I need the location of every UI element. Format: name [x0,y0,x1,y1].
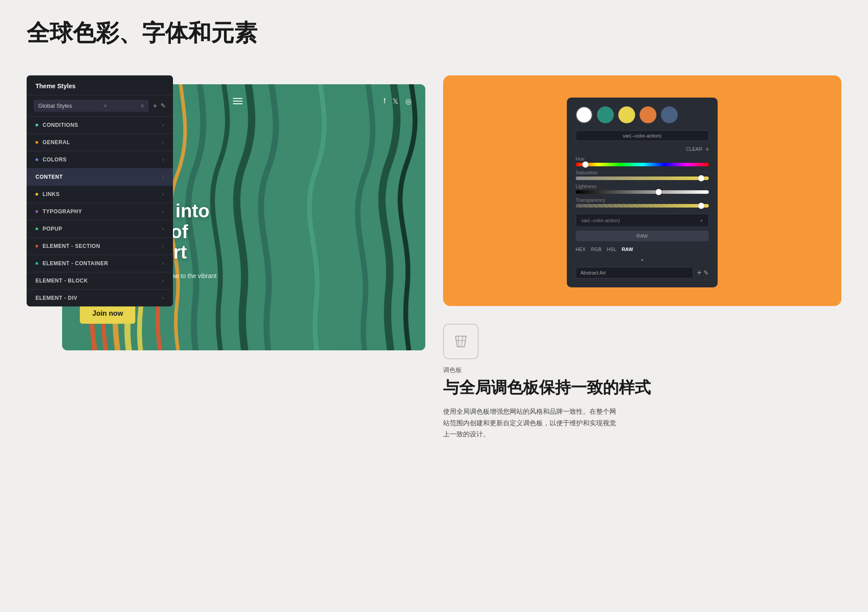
format-raw[interactable]: RAW [622,247,633,252]
links-dot [35,193,38,196]
swatch-slate[interactable] [661,106,678,123]
lightness-label: Lightness [576,184,709,189]
menu-item-element-div[interactable]: ELEMENT - DIV › [27,290,173,306]
content-label-group: CONTENT [35,174,63,180]
right-column: var(--color-action) CLEAR ≡ Hue [443,75,842,612]
selector-text: Global Styles [38,102,72,109]
menu-item-content[interactable]: CONTENT › [27,169,173,186]
page-title: 全球色彩、字体和元素 [27,18,841,49]
swatch-yellow[interactable] [618,106,635,123]
conditions-label: CONDITIONS [43,122,78,128]
menu-item-links[interactable]: LINKS › [27,186,173,203]
hue-track[interactable] [576,163,709,166]
saturation-track[interactable] [576,177,709,180]
element-section-chevron-icon: › [162,243,165,249]
palette-desc: 使用全局调色板增强您网站的风格和品牌一致性。在整个网站范围内创建和更新自定义调色… [443,406,621,440]
links-chevron-icon: › [162,191,165,197]
svg-line-9 [458,336,459,347]
hue-slider-row: Hue [576,156,709,166]
preset-name[interactable]: Abstract Art [576,267,693,279]
swatch-white[interactable] [576,106,593,123]
content-label: CONTENT [35,174,63,180]
transparency-thumb[interactable] [698,203,704,209]
element-container-label-group: ELEMENT - CONTAINER [35,260,108,267]
typography-chevron-icon: › [162,208,165,215]
typography-label: TYPOGRAPHY [43,208,82,215]
element-div-label: ELEMENT - DIV [35,295,78,301]
typography-dot [35,210,38,213]
cp-format-row: HEX RGB HSL RAW [576,247,709,252]
preview-social-icons: f 𝕏 ◎ [384,97,412,106]
cp-value-field[interactable]: var(--color-action) + [576,214,709,227]
selector-action-icons: + ✎ [153,102,166,110]
format-hex[interactable]: HEX [576,247,586,252]
menu-item-conditions[interactable]: CONDITIONS › [27,117,173,134]
general-label-group: GENERAL [35,139,70,145]
element-container-dot [35,262,38,265]
format-rgb[interactable]: RGB [591,247,601,252]
saturation-label: Saturation [576,170,709,175]
menu-item-colors[interactable]: COLORS › [27,151,173,169]
lightness-slider-row: Lightness [576,184,709,194]
page-wrapper: 全球色彩、字体和元素 Theme Styles Global Styles × … [0,0,868,612]
edit-preset-button[interactable]: ✎ [703,269,709,276]
menu-item-popup[interactable]: POPUP › [27,220,173,238]
element-section-label: ELEMENT - SECTION [43,243,100,249]
element-section-label-group: ELEMENT - SECTION [35,243,100,249]
transparency-track[interactable] [576,204,709,208]
clear-button[interactable]: CLEAR [686,146,703,152]
general-label: GENERAL [43,139,70,145]
transparency-slider-row: Transparency [576,197,709,208]
popup-chevron-icon: › [162,226,165,232]
menu-item-typography[interactable]: TYPOGRAPHY › [27,203,173,220]
lightness-track[interactable] [576,190,709,194]
colors-chevron-icon: › [162,157,165,163]
general-dot [35,141,38,144]
instagram-icon: ◎ [405,97,412,106]
theme-panel-header: Theme Styles [27,75,173,95]
edit-style-icon[interactable]: ✎ [161,102,166,110]
transparency-label: Transparency [576,197,709,203]
menu-item-element-container[interactable]: ELEMENT - CONTAINER › [27,255,173,272]
color-swatches [576,106,709,123]
svg-line-10 [462,336,463,347]
colors-dot [35,158,38,161]
saturation-slider-row: Saturation [576,170,709,180]
element-container-label: ELEMENT - CONTAINER [43,260,108,267]
add-value-icon[interactable]: + [700,218,703,223]
conditions-label-group: CONDITIONS [35,122,78,128]
color-var-label: var(--color-action) [576,130,709,141]
menu-icon[interactable]: ≡ [706,146,708,152]
format-hsl[interactable]: HSL [607,247,616,252]
menu-item-element-block[interactable]: ELEMENT - BLOCK › [27,272,173,290]
color-picker-card: var(--color-action) CLEAR ≡ Hue [567,98,718,287]
links-label: LINKS [43,191,60,197]
hamburger-icon [233,98,243,104]
hue-thumb[interactable] [582,161,589,168]
menu-item-general[interactable]: GENERAL › [27,134,173,151]
twitter-icon: 𝕏 [393,97,398,106]
add-style-icon[interactable]: + [153,102,157,110]
selector-x-icon[interactable]: × [104,103,107,109]
popup-dot [35,228,38,230]
content-chevron-icon: › [162,174,165,180]
theme-panel-selector: Global Styles × ∨ + ✎ [27,95,173,117]
cp-clear-row: CLEAR ≡ [576,146,709,152]
palette-icon [452,333,470,350]
hue-label: Hue [576,156,709,161]
saturation-thumb[interactable] [698,175,704,181]
element-block-label-group: ELEMENT - BLOCK [35,278,88,284]
menu-item-element-section[interactable]: ELEMENT - SECTION › [27,238,173,255]
swatch-orange[interactable] [640,106,656,123]
selector-label[interactable]: Global Styles × ∨ [34,100,149,112]
palette-tag: 调色板 [443,366,842,374]
chevron-down-icon[interactable]: ∨ [141,103,144,109]
links-label-group: LINKS [35,191,60,197]
add-preset-button[interactable]: + [697,268,702,278]
right-bottom-feature: 调色板 与全局调色板保持一致的样式 使用全局调色板增强您网站的风格和品牌一致性。… [443,306,842,440]
element-div-chevron-icon: › [162,295,165,301]
lightness-thumb[interactable] [656,189,662,195]
swatch-teal[interactable] [597,106,614,123]
palette-heading: 与全局调色板保持一致的样式 [443,378,842,397]
popup-label: POPUP [43,226,63,232]
